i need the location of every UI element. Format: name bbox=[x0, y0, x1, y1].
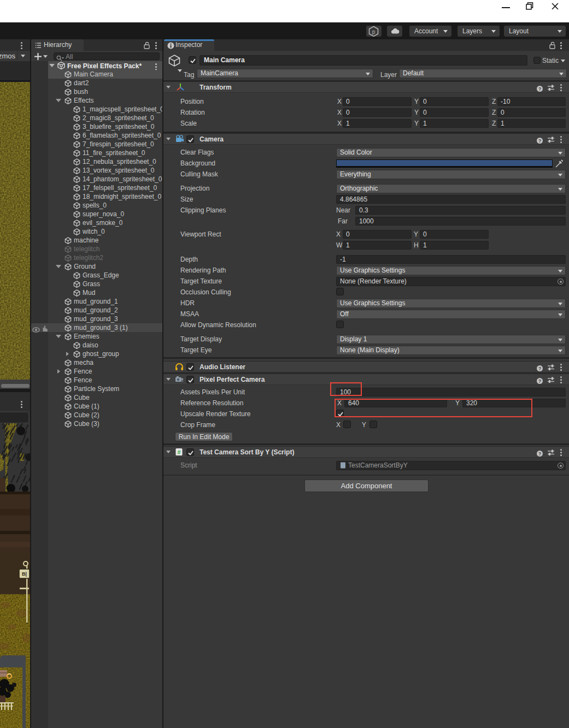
svg-text:B|: B| bbox=[22, 571, 27, 577]
svg-text:?: ? bbox=[538, 451, 541, 457]
svg-text:?: ? bbox=[538, 86, 541, 92]
svg-text:?: ? bbox=[538, 138, 541, 144]
svg-text:?: ? bbox=[538, 366, 541, 371]
svg-text:#: # bbox=[177, 449, 180, 455]
svg-text:p: p bbox=[372, 29, 376, 35]
svg-text:?: ? bbox=[538, 378, 541, 384]
